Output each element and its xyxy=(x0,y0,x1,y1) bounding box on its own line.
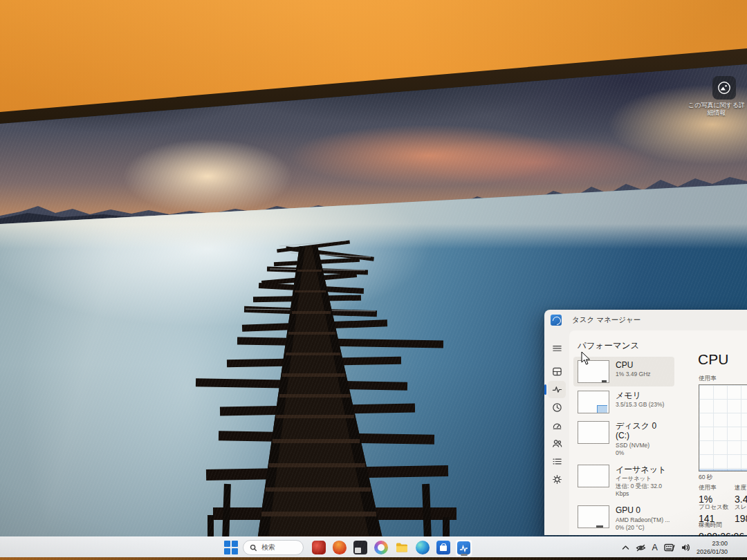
edge-icon[interactable] xyxy=(414,539,431,557)
copilot-icon[interactable] xyxy=(372,539,389,557)
mouse-cursor xyxy=(581,351,591,366)
volume-icon[interactable] xyxy=(681,543,690,552)
card-cpu-title: CPU xyxy=(616,360,651,370)
system-tray: A 23:00 2026/01/30 xyxy=(622,537,728,558)
task-manager-window: タスク マネージャー xyxy=(544,310,747,535)
page-title: パフォーマンス xyxy=(578,340,639,352)
selected-indicator xyxy=(544,384,546,395)
card-gpu-sub2: 0% (20 °C) xyxy=(616,524,670,532)
tray-date: 2026/01/30 xyxy=(697,548,728,556)
card-ethernet[interactable]: イーサネット イーサネット 送信: 0 受信: 32.0 Kbps xyxy=(573,461,674,502)
tray-time: 23:00 xyxy=(697,539,728,548)
card-cpu-sub: 1% 3.49 GHz xyxy=(616,371,651,378)
taskbar-app-area: 検索 xyxy=(223,537,472,558)
photo-of-monitor: この写真に関する詳 細情報 タスク マネージャー xyxy=(0,0,747,560)
microsoft-store-icon[interactable] xyxy=(434,539,452,557)
nav-startup-apps-icon[interactable] xyxy=(548,417,566,434)
card-disk-sub2: 0% xyxy=(616,449,672,457)
app-red-a-icon[interactable] xyxy=(310,539,327,557)
search-icon xyxy=(250,544,257,552)
pinned-apps xyxy=(310,539,472,557)
app-dark-icon[interactable] xyxy=(351,539,369,557)
eye-icon[interactable] xyxy=(636,544,646,552)
landscape-photo-icon xyxy=(717,81,731,95)
cpu-graph-label: 使用率 xyxy=(699,375,717,383)
card-disk-sub1: SSD (NVMe) xyxy=(616,442,672,449)
nav-processes-icon[interactable] xyxy=(548,363,566,380)
file-explorer-icon[interactable] xyxy=(393,539,410,557)
gpu-mini-graph xyxy=(578,505,609,528)
taskbar-search[interactable]: 検索 xyxy=(243,540,304,555)
card-ethernet-title: イーサネット xyxy=(616,465,672,474)
nav-services-icon[interactable] xyxy=(548,471,566,488)
memory-mini-graph xyxy=(578,391,609,413)
card-ethernet-sub1: イーサネット xyxy=(616,475,672,483)
stat-speed: 速度 3.49 GHz xyxy=(735,484,747,505)
desk-surface-sliver xyxy=(0,557,747,560)
spotlight-caption-line1: この写真に関する詳 xyxy=(685,102,747,109)
nav-app-history-icon[interactable] xyxy=(548,399,566,416)
hamburger-menu-icon[interactable] xyxy=(548,339,566,357)
touch-keyboard-icon[interactable] xyxy=(664,543,675,552)
card-memory[interactable]: メモリ 3.5/15.3 GB (23%) xyxy=(573,387,674,417)
card-ethernet-sub2: 送信: 0 受信: 32.0 Kbps xyxy=(616,483,672,498)
card-disk-title: ディスク 0 (C:) xyxy=(616,421,672,441)
nav-performance-icon[interactable] xyxy=(548,381,566,398)
card-memory-title: メモリ xyxy=(616,391,664,400)
tray-clock[interactable]: 23:00 2026/01/30 xyxy=(697,539,728,556)
search-placeholder: 検索 xyxy=(261,543,275,552)
spotlight-caption: この写真に関する詳 細情報 xyxy=(685,102,747,118)
stat-usage: 使用率 1% xyxy=(699,484,739,505)
ethernet-mini-graph xyxy=(578,465,609,487)
windows-start-button[interactable] xyxy=(223,539,239,556)
app-red-b-icon[interactable] xyxy=(331,539,348,557)
ime-mode-indicator[interactable]: A xyxy=(652,543,658,552)
spotlight-caption-line2: 細情報 xyxy=(685,109,747,117)
task-manager-taskbar-icon[interactable] xyxy=(455,539,472,557)
card-disk[interactable]: ディスク 0 (C:) SSD (NVMe) 0% xyxy=(573,418,674,460)
task-manager-titlebar[interactable]: タスク マネージャー xyxy=(544,310,747,330)
taskbar: 検索 xyxy=(0,536,747,558)
window-title: タスク マネージャー xyxy=(572,315,640,325)
card-gpu-title: GPU 0 xyxy=(616,505,670,515)
disk-mini-graph xyxy=(578,421,609,444)
task-manager-app-icon xyxy=(551,315,562,326)
cpu-graph-x-label: 60 秒 xyxy=(699,474,712,482)
task-manager-nav-rail xyxy=(544,330,569,535)
spotlight-info-button[interactable] xyxy=(712,76,736,100)
cpu-detail-title: CPU xyxy=(698,351,728,368)
nav-users-icon[interactable] xyxy=(548,435,566,452)
hidden-icons-chevron[interactable] xyxy=(622,545,629,550)
nav-details-icon[interactable] xyxy=(548,453,566,470)
task-manager-content: パフォーマンス CPU 1% 3.49 GHz メモリ 3.5/15.3 xyxy=(569,330,747,535)
card-gpu[interactable]: GPU 0 AMD Radeon(TM) ... 0% (20 °C) xyxy=(573,502,674,534)
card-gpu-sub1: AMD Radeon(TM) ... xyxy=(616,516,670,524)
performance-card-list: CPU 1% 3.49 GHz メモリ 3.5/15.3 GB (23%) xyxy=(573,357,674,536)
card-memory-sub: 3.5/15.3 GB (23%) xyxy=(616,401,664,409)
cpu-usage-graph xyxy=(699,384,747,472)
